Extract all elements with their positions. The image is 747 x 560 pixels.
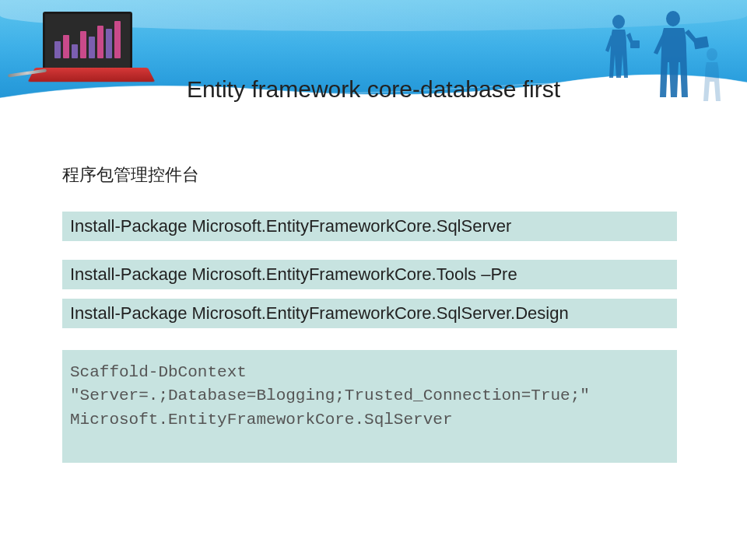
command-box-1: Install-Package Microsoft.EntityFramewor… <box>62 212 677 241</box>
svg-rect-1 <box>630 40 640 48</box>
svg-point-4 <box>707 48 717 61</box>
code-line-3: Microsoft.EntityFrameworkCore.SqlServer <box>70 408 669 432</box>
command-box-2: Install-Package Microsoft.EntityFramewor… <box>62 260 677 289</box>
code-line-1: Scaffold-DbContext <box>70 361 669 384</box>
page-title: Entity framework core-database first <box>0 76 747 103</box>
code-line-2: "Server=.;Database=Blogging;Trusted_Conn… <box>70 384 669 408</box>
svg-point-2 <box>666 11 680 26</box>
command-box-3: Install-Package Microsoft.EntityFramewor… <box>62 299 677 328</box>
scaffold-code-box: Scaffold-DbContext "Server=.;Database=Bl… <box>62 350 677 463</box>
svg-point-0 <box>612 15 625 29</box>
content-area: 程序包管理控件台 Install-Package Microsoft.Entit… <box>62 163 677 463</box>
section-subtitle: 程序包管理控件台 <box>62 163 677 187</box>
laptop-screen <box>43 12 132 70</box>
